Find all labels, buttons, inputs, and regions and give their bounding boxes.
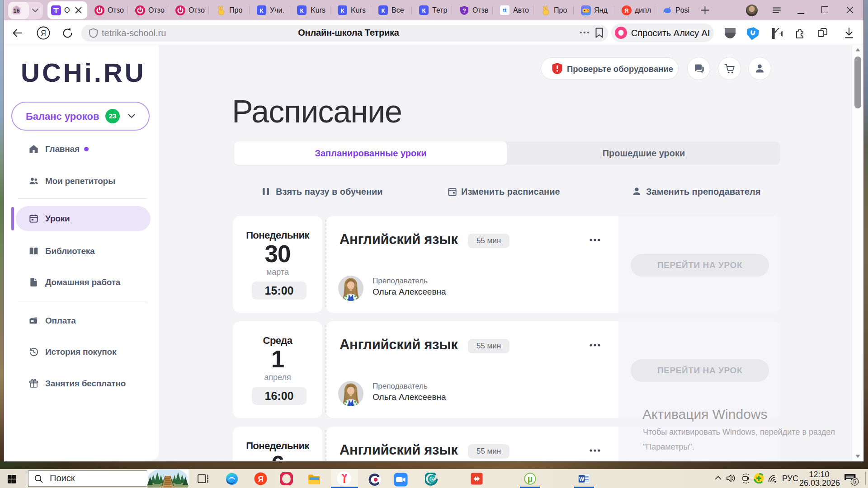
svg-text:Я: Я: [624, 7, 628, 14]
svg-text:µ: µ: [528, 474, 533, 483]
svg-text:W: W: [579, 476, 584, 482]
svg-text:К: К: [341, 7, 344, 14]
svg-text:Я: Я: [258, 475, 263, 483]
svg-text:5: 5: [853, 479, 856, 485]
svg-text:К: К: [382, 7, 385, 14]
svg-text:К: К: [260, 7, 264, 14]
svg-text:К: К: [422, 7, 426, 14]
svg-text:16: 16: [14, 8, 20, 14]
svg-text:?: ?: [462, 7, 466, 14]
svg-text:tt: tt: [503, 7, 507, 14]
svg-text:К: К: [300, 7, 304, 14]
svg-text:Я: Я: [41, 29, 46, 37]
